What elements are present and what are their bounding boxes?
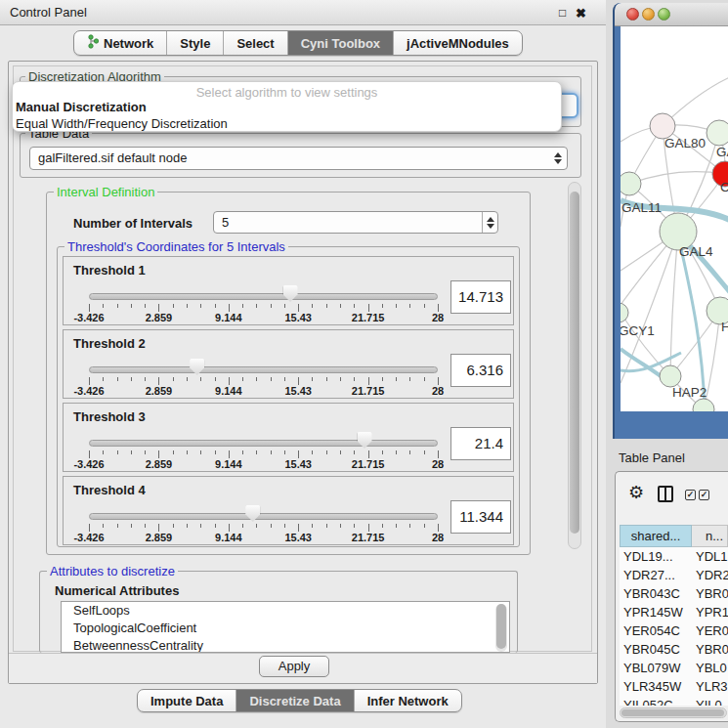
slider-track[interactable] <box>89 440 438 447</box>
threshold-value-field[interactable]: 14.713 <box>450 280 511 314</box>
tab-infer-network[interactable]: Infer Network <box>354 690 461 711</box>
apply-button[interactable]: Apply <box>259 656 329 677</box>
spinner-stepper-icon[interactable] <box>482 212 497 233</box>
network-edge[interactable] <box>629 172 725 184</box>
cell-name[interactable]: YBL0 <box>692 659 728 677</box>
network-window-titlebar[interactable] <box>615 3 728 26</box>
list-item[interactable]: TopologicalCoefficient <box>62 620 509 637</box>
close-traffic-light-icon[interactable] <box>626 8 639 21</box>
network-node-hap2[interactable] <box>660 365 681 387</box>
column-header-name[interactable]: n... <box>692 525 728 547</box>
cell-shared-name[interactable]: YLR345W <box>620 677 692 696</box>
cell-shared-name[interactable]: YBR045C <box>620 640 692 659</box>
tab-network[interactable]: Network <box>74 31 166 55</box>
table-row[interactable]: YBL079WYBL0 <box>620 659 728 677</box>
tab-jactivemnodules[interactable]: jActiveMNodules <box>393 31 522 55</box>
close-icon[interactable]: ✖ <box>576 6 586 21</box>
cell-shared-name[interactable]: YDR27... <box>620 566 692 584</box>
attributes-group-title: Attributes to discretize <box>47 564 178 578</box>
table-row[interactable]: YER054CYER0 <box>620 621 728 640</box>
cell-name[interactable]: YBR0 <box>692 640 728 659</box>
numerical-attributes-list[interactable]: SelfLoopsTopologicalCoefficientBetweenne… <box>61 601 510 653</box>
content-vertical-scrollbar[interactable] <box>568 182 581 549</box>
cell-name[interactable]: YIL0 <box>692 696 728 706</box>
tab-style[interactable]: Style <box>166 31 223 55</box>
checkbox-icon-2[interactable]: ✓ <box>699 490 709 500</box>
table-row[interactable]: YBR045CYBR0 <box>620 640 728 659</box>
checkbox-icon-1[interactable]: ✓ <box>685 490 696 500</box>
network-canvas[interactable]: GAL80GACGAL11GAL4GCY1HHAP2 <box>621 26 728 411</box>
threshold-value-field[interactable]: 6.316 <box>450 354 511 387</box>
tick-mark <box>340 304 341 308</box>
slider-track[interactable] <box>89 513 438 520</box>
cell-shared-name[interactable]: YPR145W <box>620 603 692 621</box>
columns-icon[interactable] <box>658 486 673 502</box>
tick-mark <box>229 377 230 385</box>
table-row[interactable]: YDR27...YDR2 <box>620 566 728 584</box>
cell-shared-name[interactable]: YBL079W <box>620 659 692 677</box>
table-row[interactable]: YLR345WYLR3 <box>620 677 728 696</box>
cell-name[interactable]: YDL1 <box>692 547 728 566</box>
network-node-label: GAL11 <box>621 200 662 215</box>
table-row[interactable]: YPR145WYPR1 <box>620 603 728 621</box>
hscroll-thumb[interactable] <box>621 709 724 716</box>
scale-label: 15.43 <box>284 458 312 470</box>
threshold-slider[interactable]: -3.4262.8599.14415.4321.71528 <box>89 330 438 400</box>
table-data-combobox[interactable]: galFiltered.sif default node <box>29 147 568 170</box>
network-node[interactable] <box>693 399 714 411</box>
scrollbar-thumb[interactable] <box>570 192 579 534</box>
minimize-traffic-light-icon[interactable] <box>642 8 655 21</box>
combo-stepper-icon[interactable] <box>554 148 562 169</box>
threshold-slider[interactable]: -3.4262.8599.14415.4321.71528 <box>89 257 438 326</box>
threshold-slider[interactable]: -3.4262.8599.14415.4321.71528 <box>89 404 438 473</box>
cell-name[interactable]: YPR1 <box>692 603 728 621</box>
list-item[interactable]: SelfLoops <box>62 602 509 620</box>
slider-track[interactable] <box>89 366 438 373</box>
cell-name[interactable]: YBR0 <box>692 584 728 603</box>
threshold-value-field[interactable]: 21.4 <box>450 427 511 460</box>
list-vertical-scrollbar[interactable] <box>495 604 507 652</box>
dropdown-option-manual[interactable]: Manual Discretization <box>16 100 147 114</box>
tick-mark <box>326 304 327 308</box>
zoom-traffic-light-icon[interactable] <box>658 8 670 21</box>
cell-name[interactable]: YER0 <box>692 621 728 640</box>
dropdown-hint-option[interactable]: Select algorithm to view settings <box>13 85 561 100</box>
tab-cyni-toolbox[interactable]: Cyni Toolbox <box>287 31 393 55</box>
table-row[interactable]: YIL052CYIL0 <box>620 696 728 706</box>
float-window-icon[interactable]: □ <box>559 6 566 20</box>
threshold-value-field[interactable]: 11.344 <box>450 500 511 534</box>
table-horizontal-scrollbar[interactable] <box>620 707 727 718</box>
threshold-row: Threshold 1-3.4262.8599.14415.4321.71528… <box>63 256 514 325</box>
cell-shared-name[interactable]: YDL19... <box>620 547 692 566</box>
tick-mark <box>242 377 243 381</box>
number-of-intervals-value: 5 <box>222 215 229 230</box>
table-row[interactable]: YDL19...YDL1 <box>620 547 728 566</box>
dropdown-option-equal-width[interactable]: Equal Width/Frequency Discretization <box>16 116 228 131</box>
threshold-slider[interactable]: -3.4262.8599.14415.4321.71528 <box>89 477 438 546</box>
network-node-ga[interactable] <box>707 120 728 146</box>
network-node-gal11[interactable] <box>621 172 641 195</box>
tab-select[interactable]: Select <box>223 31 286 55</box>
network-node-label: GCY1 <box>621 323 655 338</box>
cell-shared-name[interactable]: YIL052C <box>620 696 692 706</box>
tab-discretize-data[interactable]: Discretize Data <box>236 690 353 711</box>
network-edge-highlighted[interactable] <box>678 236 705 407</box>
slider-track[interactable] <box>89 293 438 300</box>
network-node-gcy1[interactable] <box>621 303 628 322</box>
table-row[interactable]: YBR043CYBR0 <box>620 584 728 603</box>
tick-mark <box>382 450 383 454</box>
tab-impute-data[interactable]: Impute Data <box>138 690 236 711</box>
cell-name[interactable]: YDR2 <box>692 566 728 584</box>
column-header-shared-name[interactable]: shared... <box>620 525 692 547</box>
list-item[interactable]: BetweennessCentrality <box>62 637 509 653</box>
tick-mark <box>242 450 243 454</box>
scale-label: 21.715 <box>352 312 385 323</box>
cell-name[interactable]: YLR3 <box>692 677 728 696</box>
network-node-label: GAL80 <box>664 136 706 150</box>
cell-shared-name[interactable]: YER054C <box>620 621 692 640</box>
cell-shared-name[interactable]: YBR043C <box>620 584 692 603</box>
network-edge[interactable] <box>621 232 678 383</box>
list-scrollbar-thumb[interactable] <box>496 604 506 649</box>
gear-icon[interactable]: ⚙ <box>628 484 644 501</box>
number-of-intervals-spinner[interactable]: 5 <box>213 211 498 234</box>
